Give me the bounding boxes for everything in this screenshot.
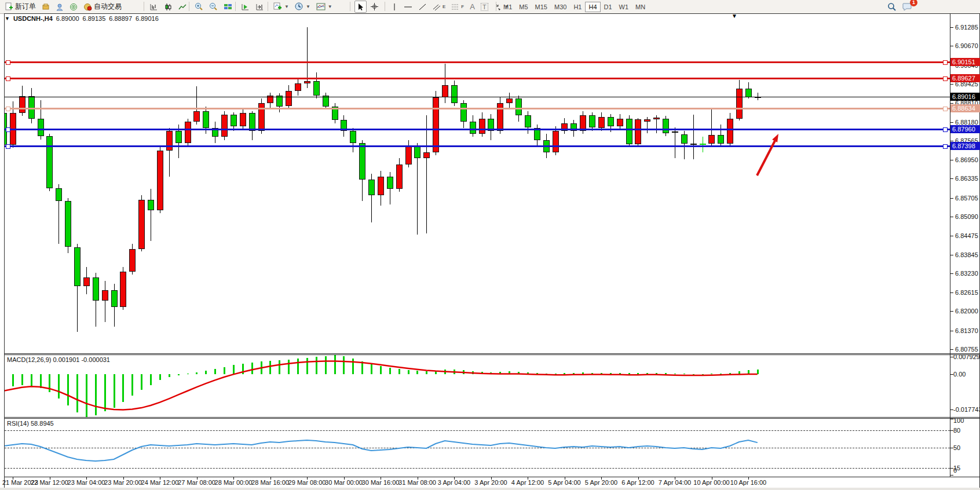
timeframe-toolbar: M1 M5 M15 M30 H1 H4 D1 W1 MN — [500, 1, 649, 13]
macd-histogram-bar — [674, 374, 676, 374]
candle-body-down — [276, 96, 283, 107]
zoom-in-button[interactable] — [192, 1, 206, 13]
tile-windows-button[interactable] — [221, 1, 235, 13]
candle-body-down — [175, 131, 182, 143]
bar-chart-button[interactable] — [147, 1, 160, 13]
new-order-button[interactable]: 新订单 — [2, 1, 38, 13]
periods-button[interactable]: ▼ — [292, 1, 313, 13]
time-axis-line — [5, 477, 980, 477]
macd-histogram-bar — [159, 374, 161, 380]
macd-histogram-bar — [187, 374, 189, 374]
mt4-window: 新订单 自动交易 — [0, 0, 980, 490]
zoom-out-button[interactable] — [207, 1, 220, 13]
candle-body-up — [598, 117, 605, 128]
macd-splitter[interactable] — [5, 353, 980, 354]
macd-histogram-bar — [371, 364, 372, 374]
search-button[interactable] — [885, 1, 899, 13]
equidistant-channel-tool[interactable]: E — [430, 1, 448, 13]
candle-wick — [426, 115, 427, 233]
macd-histogram-bar — [40, 374, 42, 388]
cursor-tool-button[interactable] — [354, 1, 367, 13]
chart-shift-marker[interactable]: ▼ — [732, 13, 737, 19]
candle-body-up — [295, 83, 301, 91]
trendline-tool[interactable] — [416, 1, 429, 13]
candle-body-down — [65, 201, 71, 247]
tf-h1[interactable]: H1 — [570, 2, 585, 12]
data-window-button[interactable] — [53, 1, 66, 13]
new-order-icon — [5, 2, 13, 11]
auto-scroll-button[interactable] — [239, 1, 252, 13]
rsi-panel-area[interactable] — [5, 419, 950, 477]
candlestick-chart-button[interactable] — [162, 1, 175, 13]
toolbar-separator — [385, 2, 385, 11]
text-tool[interactable]: A — [467, 1, 477, 13]
candle-body-up — [617, 119, 623, 126]
macd-histogram-bar — [628, 373, 630, 374]
fibonacci-icon — [451, 3, 459, 10]
tf-d1[interactable]: D1 — [601, 2, 616, 12]
candle-body-up — [423, 152, 430, 159]
tf-m1[interactable]: M1 — [500, 2, 515, 12]
tf-w1[interactable]: W1 — [616, 2, 632, 12]
ohlc-open: 6.89000 — [56, 15, 79, 22]
tf-h4[interactable]: H4 — [585, 2, 600, 12]
macd-histogram-bar — [656, 373, 657, 375]
market-watch-button[interactable] — [39, 1, 52, 13]
templates-button[interactable]: ▼ — [314, 1, 335, 13]
candle-body-up — [267, 96, 273, 103]
notification-badge: 1 — [910, 0, 917, 6]
chart-shift-button[interactable] — [253, 1, 266, 13]
macd-panel-area[interactable] — [5, 355, 950, 417]
tf-mn[interactable]: MN — [632, 2, 649, 12]
macd-histogram-bar — [49, 374, 50, 392]
chart-collapse-icon[interactable]: ▼ — [5, 16, 10, 21]
macd-histogram-bar — [416, 371, 418, 374]
tile-windows-icon — [224, 3, 232, 11]
vertical-line-tool[interactable] — [389, 1, 400, 13]
tf-m30[interactable]: M30 — [551, 2, 570, 12]
candle-body-down — [332, 107, 338, 120]
macd-histogram-bar — [196, 372, 198, 374]
candle-body-up — [396, 164, 403, 189]
main-chart-area[interactable] — [5, 23, 950, 353]
autotrading-icon — [83, 2, 92, 11]
tf-m5[interactable]: M5 — [515, 2, 531, 12]
toolbar-separator — [235, 2, 236, 11]
candle-body-down — [745, 89, 752, 97]
macd-histogram-bar — [169, 374, 170, 377]
macd-label: MACD(12,26,9) — [7, 356, 51, 363]
line-chart-button[interactable] — [176, 1, 189, 13]
navigator-button[interactable] — [67, 1, 80, 13]
bar-chart-icon — [149, 3, 158, 11]
candle-wick — [105, 281, 105, 322]
candle-body-up — [102, 290, 108, 301]
toolbar: 新订单 自动交易 — [0, 0, 980, 14]
candle-body-up — [442, 85, 448, 97]
candle-body-up — [653, 118, 660, 120]
macd-histogram-bar — [610, 373, 612, 374]
indicators-dropdown-arrow[interactable]: ▼ — [284, 4, 289, 9]
notifications-button[interactable]: 1 — [900, 1, 915, 13]
candle-body-up — [433, 97, 439, 152]
candle-body-down — [460, 103, 467, 122]
macd-histogram-bar — [343, 356, 345, 374]
candle-body-down — [148, 200, 154, 211]
periods-dropdown-arrow[interactable]: ▼ — [306, 4, 310, 9]
candle-body-up — [10, 113, 16, 145]
horizontal-line-tool[interactable] — [401, 1, 415, 13]
gold-cube-icon — [42, 3, 50, 11]
candle-body-up — [304, 81, 310, 83]
candle-body-down — [414, 146, 420, 158]
autotrading-button[interactable]: 自动交易 — [81, 1, 124, 13]
rsi-splitter[interactable] — [5, 417, 980, 418]
candle-body-down — [681, 134, 688, 144]
indicators-button[interactable]: ▼ — [271, 1, 291, 13]
window-bottom-strip — [0, 488, 980, 490]
fibonacci-tool[interactable]: F — [449, 1, 466, 13]
templates-dropdown-arrow[interactable]: ▼ — [328, 4, 332, 9]
tf-m15[interactable]: M15 — [532, 2, 551, 12]
candle-body-up — [727, 119, 733, 144]
text-label-tool[interactable]: T — [478, 1, 491, 13]
crosshair-tool-button[interactable] — [368, 1, 381, 13]
chart-title-row: ▼ USDCNH-,H4 6.890006.891356.888976.8901… — [5, 14, 159, 23]
